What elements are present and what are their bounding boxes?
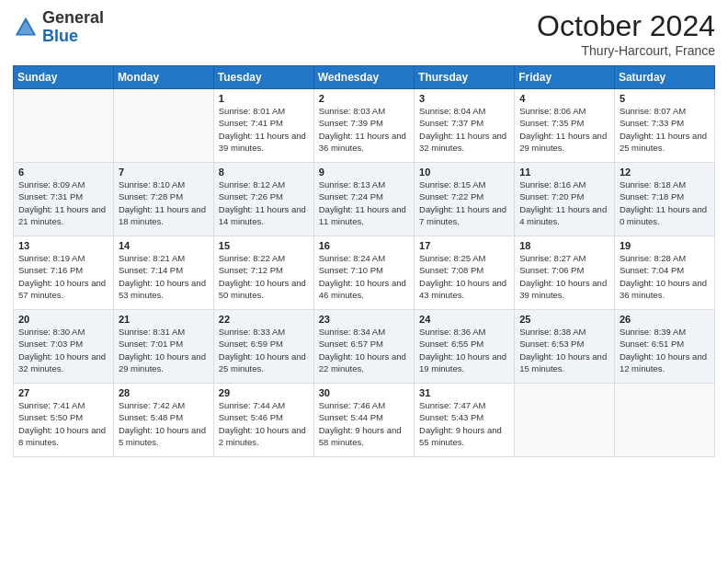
week-row-3: 13Sunrise: 8:19 AMSunset: 7:16 PMDayligh… — [14, 236, 715, 310]
day-info: Sunrise: 8:22 AMSunset: 7:12 PMDaylight:… — [219, 252, 309, 301]
col-friday: Friday — [515, 66, 615, 89]
day-cell: 14Sunrise: 8:21 AMSunset: 7:14 PMDayligh… — [113, 236, 213, 310]
logo-icon — [13, 15, 39, 40]
day-number: 23 — [319, 314, 409, 325]
day-info: Sunrise: 8:21 AMSunset: 7:14 PMDaylight:… — [119, 252, 209, 301]
day-info: Sunrise: 8:15 AMSunset: 7:22 PMDaylight:… — [419, 178, 509, 227]
day-cell: 26Sunrise: 8:39 AMSunset: 6:51 PMDayligh… — [614, 310, 714, 384]
day-cell: 28Sunrise: 7:42 AMSunset: 5:48 PMDayligh… — [113, 384, 213, 457]
day-cell: 3Sunrise: 8:04 AMSunset: 7:37 PMDaylight… — [415, 89, 515, 163]
day-info: Sunrise: 7:47 AMSunset: 5:43 PMDaylight:… — [419, 399, 509, 448]
logo-text: General Blue — [42, 9, 104, 46]
week-row-2: 6Sunrise: 8:09 AMSunset: 7:31 PMDaylight… — [14, 163, 715, 236]
day-info: Sunrise: 8:07 AMSunset: 7:33 PMDaylight:… — [620, 105, 710, 154]
day-info: Sunrise: 8:12 AMSunset: 7:26 PMDaylight:… — [219, 178, 309, 227]
day-number: 18 — [519, 240, 609, 251]
day-info: Sunrise: 8:13 AMSunset: 7:24 PMDaylight:… — [319, 178, 409, 227]
day-cell: 4Sunrise: 8:06 AMSunset: 7:35 PMDaylight… — [515, 89, 615, 163]
day-cell — [14, 89, 114, 163]
day-number: 6 — [18, 167, 108, 178]
day-cell: 24Sunrise: 8:36 AMSunset: 6:55 PMDayligh… — [415, 310, 515, 384]
day-cell — [614, 384, 714, 457]
day-cell: 6Sunrise: 8:09 AMSunset: 7:31 PMDaylight… — [14, 163, 114, 236]
header-row: Sunday Monday Tuesday Wednesday Thursday… — [14, 66, 715, 89]
day-cell: 30Sunrise: 7:46 AMSunset: 5:44 PMDayligh… — [313, 384, 414, 457]
day-cell: 20Sunrise: 8:30 AMSunset: 7:03 PMDayligh… — [14, 310, 114, 384]
day-info: Sunrise: 7:42 AMSunset: 5:48 PMDaylight:… — [119, 399, 209, 448]
day-number: 26 — [620, 314, 710, 325]
day-cell: 12Sunrise: 8:18 AMSunset: 7:18 PMDayligh… — [614, 163, 714, 236]
day-number: 20 — [18, 314, 108, 325]
day-cell: 10Sunrise: 8:15 AMSunset: 7:22 PMDayligh… — [415, 163, 515, 236]
day-info: Sunrise: 8:10 AMSunset: 7:28 PMDaylight:… — [119, 178, 209, 227]
day-info: Sunrise: 7:41 AMSunset: 5:50 PMDaylight:… — [18, 399, 108, 448]
col-wednesday: Wednesday — [313, 66, 414, 89]
day-number: 24 — [419, 314, 509, 325]
title-block: October 2024 Thury-Harcourt, France — [537, 9, 715, 58]
day-cell: 18Sunrise: 8:27 AMSunset: 7:06 PMDayligh… — [515, 236, 615, 310]
day-info: Sunrise: 8:18 AMSunset: 7:18 PMDaylight:… — [620, 178, 710, 227]
location: Thury-Harcourt, France — [537, 43, 715, 58]
day-number: 14 — [119, 240, 209, 251]
day-number: 31 — [419, 387, 509, 398]
day-info: Sunrise: 8:34 AMSunset: 6:57 PMDaylight:… — [319, 326, 409, 374]
day-cell: 29Sunrise: 7:44 AMSunset: 5:46 PMDayligh… — [213, 384, 313, 457]
day-number: 15 — [219, 240, 309, 251]
day-number: 17 — [419, 240, 509, 251]
day-number: 13 — [18, 240, 108, 251]
day-cell: 22Sunrise: 8:33 AMSunset: 6:59 PMDayligh… — [213, 310, 313, 384]
day-number: 29 — [219, 387, 309, 398]
day-number: 5 — [620, 93, 710, 104]
day-number: 21 — [119, 314, 209, 325]
week-row-1: 1Sunrise: 8:01 AMSunset: 7:41 PMDaylight… — [14, 89, 715, 163]
day-cell: 23Sunrise: 8:34 AMSunset: 6:57 PMDayligh… — [313, 310, 414, 384]
day-cell: 17Sunrise: 8:25 AMSunset: 7:08 PMDayligh… — [415, 236, 515, 310]
day-cell: 11Sunrise: 8:16 AMSunset: 7:20 PMDayligh… — [515, 163, 615, 236]
day-number: 12 — [620, 167, 710, 178]
day-info: Sunrise: 7:44 AMSunset: 5:46 PMDaylight:… — [219, 399, 309, 448]
day-cell: 15Sunrise: 8:22 AMSunset: 7:12 PMDayligh… — [213, 236, 313, 310]
day-cell — [113, 89, 213, 163]
day-number: 16 — [319, 240, 409, 251]
day-number: 28 — [119, 387, 209, 398]
day-number: 22 — [219, 314, 309, 325]
page: General Blue October 2024 Thury-Harcourt… — [0, 0, 728, 563]
day-number: 2 — [319, 93, 409, 104]
logo: General Blue — [13, 9, 104, 46]
col-tuesday: Tuesday — [213, 66, 313, 89]
day-cell: 25Sunrise: 8:38 AMSunset: 6:53 PMDayligh… — [515, 310, 615, 384]
col-saturday: Saturday — [614, 66, 714, 89]
day-number: 11 — [519, 167, 609, 178]
day-info: Sunrise: 8:39 AMSunset: 6:51 PMDaylight:… — [620, 326, 710, 374]
day-number: 4 — [519, 93, 609, 104]
col-monday: Monday — [113, 66, 213, 89]
header: General Blue October 2024 Thury-Harcourt… — [13, 9, 715, 58]
day-info: Sunrise: 8:33 AMSunset: 6:59 PMDaylight:… — [219, 326, 309, 374]
day-number: 1 — [219, 93, 309, 104]
day-info: Sunrise: 8:16 AMSunset: 7:20 PMDaylight:… — [519, 178, 609, 227]
day-info: Sunrise: 8:06 AMSunset: 7:35 PMDaylight:… — [519, 105, 609, 154]
day-number: 9 — [319, 167, 409, 178]
day-number: 10 — [419, 167, 509, 178]
day-cell: 2Sunrise: 8:03 AMSunset: 7:39 PMDaylight… — [313, 89, 414, 163]
day-number: 25 — [519, 314, 609, 325]
day-info: Sunrise: 8:28 AMSunset: 7:04 PMDaylight:… — [620, 252, 710, 301]
col-thursday: Thursday — [415, 66, 515, 89]
day-info: Sunrise: 8:36 AMSunset: 6:55 PMDaylight:… — [419, 326, 509, 374]
day-info: Sunrise: 8:38 AMSunset: 6:53 PMDaylight:… — [519, 326, 609, 374]
day-info: Sunrise: 8:30 AMSunset: 7:03 PMDaylight:… — [18, 326, 108, 374]
day-number: 30 — [319, 387, 409, 398]
day-info: Sunrise: 8:27 AMSunset: 7:06 PMDaylight:… — [519, 252, 609, 301]
day-info: Sunrise: 8:04 AMSunset: 7:37 PMDaylight:… — [419, 105, 509, 154]
col-sunday: Sunday — [14, 66, 114, 89]
day-cell: 31Sunrise: 7:47 AMSunset: 5:43 PMDayligh… — [415, 384, 515, 457]
day-info: Sunrise: 8:25 AMSunset: 7:08 PMDaylight:… — [419, 252, 509, 301]
day-cell — [515, 384, 615, 457]
day-info: Sunrise: 7:46 AMSunset: 5:44 PMDaylight:… — [319, 399, 409, 448]
day-cell: 21Sunrise: 8:31 AMSunset: 7:01 PMDayligh… — [113, 310, 213, 384]
day-number: 3 — [419, 93, 509, 104]
day-cell: 1Sunrise: 8:01 AMSunset: 7:41 PMDaylight… — [213, 89, 313, 163]
day-info: Sunrise: 8:19 AMSunset: 7:16 PMDaylight:… — [18, 252, 108, 301]
day-info: Sunrise: 8:09 AMSunset: 7:31 PMDaylight:… — [18, 178, 108, 227]
day-cell: 9Sunrise: 8:13 AMSunset: 7:24 PMDaylight… — [313, 163, 414, 236]
